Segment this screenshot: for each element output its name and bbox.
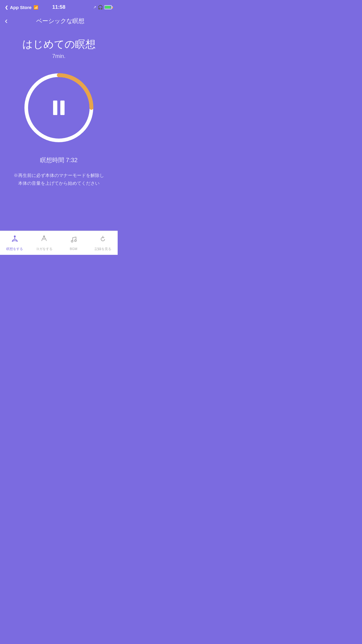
yoga-icon [40,235,48,245]
nav-title: ベーシックな瞑想 [8,17,113,25]
session-duration: 7min. [52,53,65,59]
svg-point-12 [75,240,76,242]
back-arrow-icon: ❮ [5,5,8,10]
app-store-label: App Store [10,5,32,10]
tab-records-label: 記録を見る [95,247,111,251]
bgm-icon [69,235,78,246]
tab-bar: 瞑想をする ヨガをする BGM 記録を見る [0,231,118,255]
status-left: ❮ App Store 📶 [5,5,38,10]
status-bar: ❮ App Store 📶 11:58 ↗ 🎧 ⚡ [0,0,118,13]
back-button[interactable]: ‹ [5,17,8,25]
svg-point-6 [14,235,16,237]
timer-container[interactable] [23,72,95,144]
records-icon [99,235,107,245]
status-time: 11:58 [52,4,65,10]
tab-yoga[interactable]: ヨガをする [30,231,59,255]
main-content: はじめての瞑想 7min. 瞑想時間 7:32 ※再生前に必ず本体のマナーモード… [0,28,118,231]
svg-point-11 [71,240,73,242]
tab-meditation[interactable]: 瞑想をする [0,231,30,255]
nav-bar: ‹ ベーシックな瞑想 [0,13,118,28]
tab-yoga-label: ヨガをする [36,247,52,251]
status-right: ↗ 🎧 ⚡ [93,5,113,10]
tab-bgm[interactable]: BGM [59,231,88,255]
location-icon: ↗ [93,5,96,9]
pause-bar-left [53,101,57,115]
svg-point-10 [43,235,45,237]
time-display: 瞑想時間 7:32 [40,156,78,164]
pause-bar-right [60,101,65,115]
wifi-icon: 📶 [33,5,38,10]
session-title: はじめての瞑想 [22,37,96,51]
pause-button[interactable] [53,101,65,115]
notice-text: ※再生前に必ず本体のマナーモードを解除し 本体の音量を上げてから始めてください [2,171,116,187]
tab-records[interactable]: 記録を見る [88,231,118,255]
svg-rect-1 [105,6,111,9]
headphones-icon: 🎧 [98,5,103,10]
tab-meditation-label: 瞑想をする [6,247,23,251]
battery-icon: ⚡ [104,5,113,9]
tab-bgm-label: BGM [70,247,77,251]
svg-text:⚡: ⚡ [111,6,113,9]
meditation-icon [11,235,19,245]
